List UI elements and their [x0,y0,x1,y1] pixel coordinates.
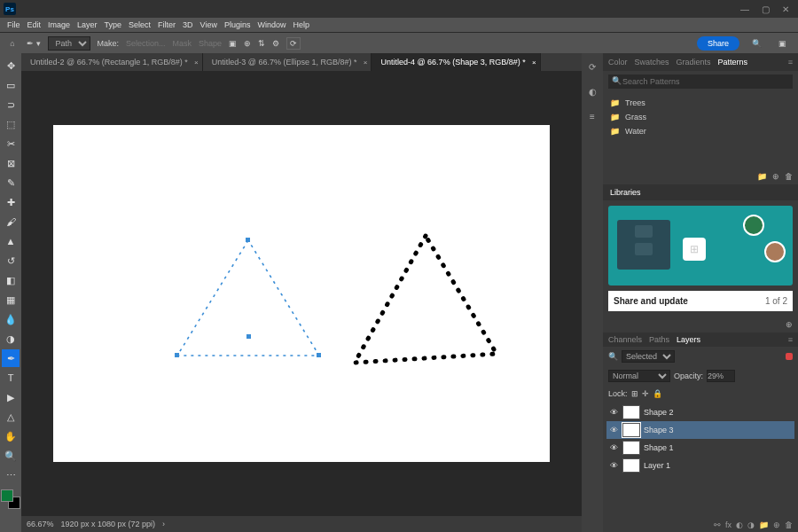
visibility-icon[interactable]: 👁 [608,408,619,417]
shape-tool[interactable]: △ [2,408,20,426]
eraser-tool[interactable]: ◧ [2,271,20,289]
dodge-tool[interactable]: ◑ [2,330,20,348]
link-layers-icon[interactable]: ⚯ [714,520,721,529]
tab-color[interactable]: Color [608,58,628,66]
selection-tool[interactable]: ⬚ [2,115,20,133]
lock-pixels-icon[interactable]: ⊞ [631,389,638,398]
menu-plugins[interactable]: Plugins [224,20,251,29]
healing-tool[interactable]: ✚ [2,193,20,211]
menu-select[interactable]: Select [129,20,151,29]
add-library-icon[interactable]: ⊕ [786,320,793,329]
pen-tool[interactable]: ✒ [2,349,20,367]
mask-icon[interactable]: ◐ [736,520,743,529]
history-brush-tool[interactable]: ↺ [2,252,20,270]
menu-layer[interactable]: Layer [77,20,98,29]
share-button[interactable]: Share [697,36,739,51]
panel-menu-icon[interactable]: ≡ [788,332,793,347]
move-tool[interactable]: ✥ [2,57,20,74]
opacity-input[interactable] [707,370,735,382]
gradient-tool[interactable]: ▦ [2,291,20,309]
menu-view[interactable]: View [200,20,217,29]
lock-position-icon[interactable]: ✛ [642,389,649,398]
menu-help[interactable]: Help [293,20,310,29]
workspace-icon[interactable]: ▣ [778,39,793,48]
menu-file[interactable]: File [7,20,20,29]
adjustment-icon[interactable]: ◑ [747,520,755,529]
patterns-search-input[interactable] [608,74,793,89]
new-item-icon[interactable]: ⊕ [772,172,779,181]
stamp-tool[interactable]: ▲ [2,232,20,250]
edit-toolbar[interactable]: ⋯ [2,466,20,484]
layer-row[interactable]: 👁 Shape 2 [606,403,794,421]
folder-water[interactable]: 📁Water [610,124,791,138]
layer-row[interactable]: 👁 Shape 3 [606,421,794,439]
canvas[interactable] [53,125,550,462]
libraries-header[interactable]: Libraries [603,184,798,200]
eyedropper-tool[interactable]: ✎ [2,174,20,192]
make-mask-button[interactable]: Mask [173,39,192,48]
menu-type[interactable]: Type [105,20,122,29]
crop-tool[interactable]: ✂ [2,135,20,153]
tab-layers[interactable]: Layers [677,332,700,347]
home-button[interactable]: ⌂ [5,36,20,51]
minimize-button[interactable]: — [740,4,749,14]
menu-filter[interactable]: Filter [158,20,176,29]
doc-tab-3[interactable]: Untitled-4 @ 66.7% (Shape 3, RGB/8#) *× [372,53,540,71]
type-tool[interactable]: T [2,369,20,387]
blend-mode-select[interactable]: Normal [608,370,670,382]
close-icon[interactable]: × [364,59,368,66]
layer-row[interactable]: 👁 Shape 1 [606,439,794,457]
tab-swatches[interactable]: Swatches [635,58,669,66]
panel-menu-icon[interactable]: ≡ [788,58,793,66]
color-swatches[interactable] [1,489,20,509]
new-layer-icon[interactable]: ⊕ [773,520,780,529]
layer-row[interactable]: 👁 Layer 1 [606,457,794,474]
history-panel-icon[interactable]: ⟳ [584,59,600,74]
group-icon[interactable]: 📁 [759,520,769,529]
menu-window[interactable]: Window [258,20,286,29]
lasso-tool[interactable]: ⊃ [2,96,20,113]
lock-all-icon[interactable]: 🔒 [653,389,662,398]
tab-paths[interactable]: Paths [649,332,669,347]
arrange-icon[interactable]: ⇅ [258,39,265,48]
layer-filter-select[interactable]: Selected [622,350,675,363]
adjustments-panel-icon[interactable]: ◐ [584,83,600,99]
tab-channels[interactable]: Channels [608,332,642,347]
chevron-right-icon[interactable]: › [162,520,165,528]
menu-edit[interactable]: Edit [27,20,42,29]
blur-tool[interactable]: 💧 [2,310,20,328]
folder-trees[interactable]: 📁Trees [610,96,791,110]
marquee-tool[interactable]: ▭ [2,76,20,94]
close-window-button[interactable]: ✕ [782,4,789,14]
filter-toggle[interactable] [786,353,793,360]
hand-tool[interactable]: ✋ [2,427,20,445]
visibility-icon[interactable]: 👁 [608,461,619,470]
visibility-icon[interactable]: 👁 [608,443,619,452]
doc-info[interactable]: 1920 px x 1080 px (72 ppi) [61,520,156,528]
path-select-tool[interactable]: ▶ [2,388,20,406]
close-icon[interactable]: × [532,59,536,66]
tab-gradients[interactable]: Gradients [677,58,711,66]
doc-tab-1[interactable]: Untitled-2 @ 66.7% (Rectangle 1, RGB/8#)… [21,53,203,71]
fx-icon[interactable]: fx [725,520,732,529]
maximize-button[interactable]: ▢ [762,4,770,14]
close-icon[interactable]: × [194,59,199,66]
zoom-level[interactable]: 66.67% [27,520,54,528]
menu-image[interactable]: Image [48,20,70,29]
frame-tool[interactable]: ⊠ [2,154,20,172]
menu-3d[interactable]: 3D [183,20,193,29]
mode-select[interactable]: Path [48,36,90,51]
search-icon[interactable]: 🔍 [752,39,766,48]
gear-icon[interactable]: ⚙ [272,39,279,48]
foreground-color-swatch[interactable] [1,489,13,502]
make-shape-button[interactable]: Shape [199,39,222,48]
visibility-icon[interactable]: 👁 [608,426,619,434]
trash-icon[interactable]: 🗑 [785,172,793,181]
dotted-triangle-shape[interactable] [355,236,497,363]
rubber-band-icon[interactable]: ⟳ [286,37,301,50]
folder-grass[interactable]: 📁Grass [610,110,791,124]
doc-tab-2[interactable]: Untitled-3 @ 66.7% (Ellipse 1, RGB/8#) *… [203,53,372,71]
pen-tool-preset-icon[interactable]: ✒ ▾ [27,39,41,48]
make-selection-button[interactable]: Selection... [126,39,166,48]
align-icon[interactable]: ⊕ [244,39,251,48]
